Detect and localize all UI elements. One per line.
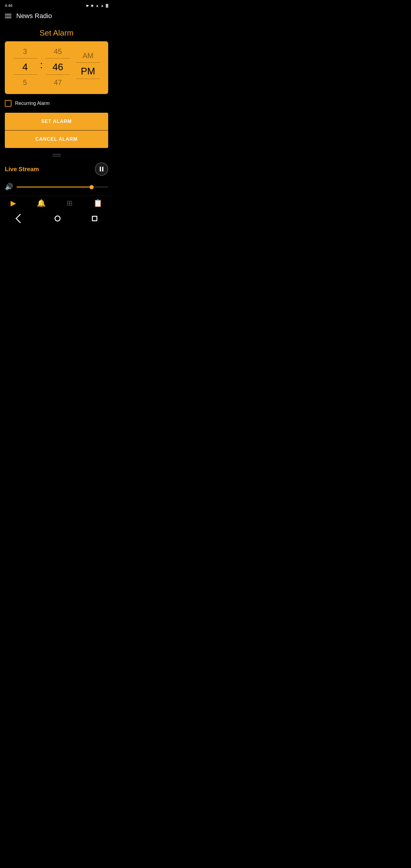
android-recents-button[interactable] xyxy=(92,216,97,221)
nav-item-alarm[interactable]: 🔔 xyxy=(37,199,46,207)
hours-above: 3 xyxy=(23,46,27,58)
ampm-picker[interactable]: AM PM xyxy=(73,50,103,84)
hours-picker[interactable]: 3 4 5 xyxy=(10,46,40,88)
ampm-divider-top xyxy=(76,62,100,63)
volume-slider-track[interactable] xyxy=(17,187,108,187)
ampm-divider-bottom xyxy=(76,79,100,79)
play-indicator-icon: ▶ xyxy=(87,4,89,7)
live-stream-label: Live Stream xyxy=(5,166,39,173)
menu-icon[interactable] xyxy=(5,14,11,18)
bottom-nav: ▶ 🔔 ⊞ 📋 xyxy=(0,195,113,212)
recurring-alarm-row: Recurring Alarm xyxy=(0,94,113,112)
signal-icon: ▲ xyxy=(101,4,104,7)
cancel-alarm-button[interactable]: CANCEL ALARM xyxy=(5,130,108,148)
android-home-button[interactable] xyxy=(55,216,61,221)
minutes-below: 47 xyxy=(54,76,62,88)
status-time: 4:46 xyxy=(5,3,12,8)
hours-selected[interactable]: 4 xyxy=(22,59,28,74)
minutes-above: 45 xyxy=(54,46,62,58)
recurring-alarm-checkbox[interactable] xyxy=(5,100,11,107)
location-icon: ◉ xyxy=(91,4,94,7)
android-nav-bar xyxy=(0,212,113,225)
pause-button[interactable] xyxy=(95,162,108,176)
play-nav-icon: ▶ xyxy=(10,199,16,207)
time-picker[interactable]: 3 4 5 : 45 46 47 AM PM xyxy=(5,46,108,88)
minutes-selected[interactable]: 46 xyxy=(53,59,63,74)
wifi-icon: ▲ xyxy=(96,4,99,7)
set-alarm-button[interactable]: SET ALARM xyxy=(5,113,108,130)
volume-slider-fill xyxy=(17,187,92,187)
hours-divider-bottom xyxy=(13,74,37,75)
nav-item-play[interactable]: ▶ xyxy=(10,199,16,207)
app-title: News Radio xyxy=(16,12,52,20)
app-header: News Radio xyxy=(0,10,113,24)
pause-icon xyxy=(100,167,103,172)
status-bar: 4:46 ▶ ◉ ▲ ▲ ▓ xyxy=(0,0,113,10)
nav-item-grid[interactable]: ⊞ xyxy=(67,199,73,207)
recurring-alarm-label: Recurring Alarm xyxy=(15,101,50,106)
nav-item-contact[interactable]: 📋 xyxy=(93,199,102,207)
battery-icon: ▓ xyxy=(106,4,108,7)
minutes-divider-top xyxy=(46,58,70,59)
drag-handle xyxy=(0,148,113,160)
contact-nav-icon: 📋 xyxy=(93,199,102,207)
ampm-selected[interactable]: PM xyxy=(81,63,95,79)
time-colon: : xyxy=(40,59,43,73)
alarm-nav-icon: 🔔 xyxy=(37,199,46,207)
volume-slider-thumb xyxy=(90,185,94,189)
status-icons: ▶ ◉ ▲ ▲ ▓ xyxy=(87,4,108,7)
time-picker-container: 3 4 5 : 45 46 47 AM PM xyxy=(5,41,108,94)
hours-divider-top xyxy=(13,58,37,59)
live-stream-section: Live Stream xyxy=(0,160,113,176)
minutes-picker[interactable]: 45 46 47 xyxy=(43,46,73,88)
grid-nav-icon: ⊞ xyxy=(67,199,73,207)
live-stream-row: Live Stream xyxy=(5,162,108,176)
ampm-above: AM xyxy=(83,50,93,62)
page-title: Set Alarm xyxy=(0,28,113,38)
minutes-divider-bottom xyxy=(46,74,70,75)
volume-row: 🔊 xyxy=(0,176,113,195)
volume-icon: 🔊 xyxy=(5,183,13,191)
android-back-button[interactable] xyxy=(15,214,25,223)
hours-below: 5 xyxy=(23,76,27,88)
